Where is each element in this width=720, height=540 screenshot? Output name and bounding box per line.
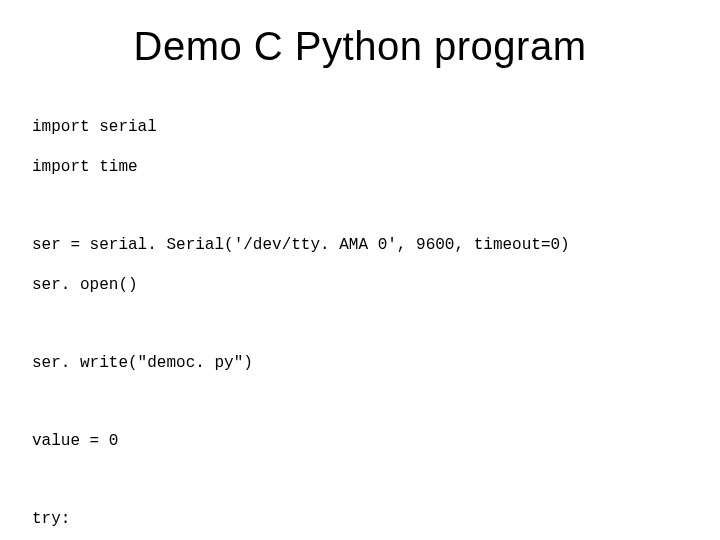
code-line: import time <box>32 157 680 177</box>
slide: Demo C Python program import serial impo… <box>0 0 720 540</box>
blank-line <box>32 393 680 411</box>
blank-line <box>32 315 680 333</box>
code-line: value = 0 <box>32 431 680 451</box>
slide-title: Demo C Python program <box>40 24 680 69</box>
blank-line <box>32 197 680 215</box>
code-line: ser = serial. Serial('/dev/tty. AMA 0', … <box>32 235 680 255</box>
code-line: import serial <box>32 117 680 137</box>
code-line: try: <box>32 509 680 529</box>
blank-line <box>32 471 680 489</box>
code-line: ser. open() <box>32 275 680 295</box>
code-line: ser. write("democ. py") <box>32 353 680 373</box>
code-block: import serial import time ser = serial. … <box>32 97 680 540</box>
